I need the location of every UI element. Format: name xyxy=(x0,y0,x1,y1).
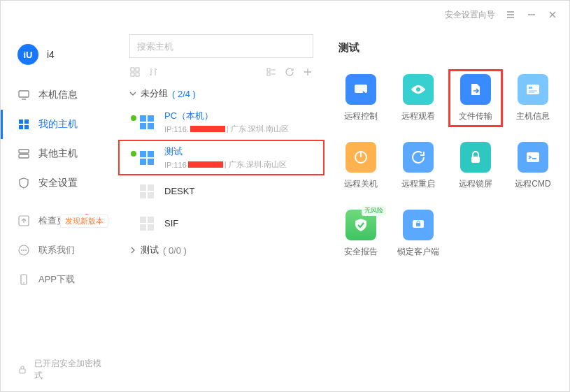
nav-other-hosts[interactable]: 其他主机 xyxy=(1,139,118,168)
info-card-icon xyxy=(518,74,548,105)
eye-icon xyxy=(403,74,434,105)
host-icon xyxy=(136,147,157,168)
host-row-test[interactable]: 测试 IP:116| 广东.深圳.南山区 xyxy=(118,140,325,175)
action-remote-view[interactable]: 远程观看 xyxy=(396,74,441,122)
user-name: i4 xyxy=(47,49,55,60)
action-file-transfer[interactable]: 文件传输 xyxy=(453,74,498,122)
nav-local-info[interactable]: 本机信息 xyxy=(1,80,118,110)
host-icon xyxy=(136,181,157,202)
close-icon[interactable] xyxy=(547,9,558,20)
action-remote-cmd[interactable]: 远程CMD xyxy=(511,142,555,190)
phone-icon xyxy=(17,273,30,286)
host-sub: IP:116.| 广东.深圳.南山区 xyxy=(164,124,318,134)
detail-panel: 测试 远程控制 远程观看 文件传输 xyxy=(325,29,569,391)
content: 未分组 ( 2/4 ) PC（本机） IP:116.| 广东.深圳.南山区 测 xyxy=(118,29,569,391)
host-icon xyxy=(136,112,157,133)
svg-point-11 xyxy=(25,249,27,251)
svg-rect-14 xyxy=(20,369,25,373)
action-label: 远程控制 xyxy=(344,110,378,122)
new-version-badge: 发现新版本 xyxy=(60,215,108,228)
svg-rect-0 xyxy=(19,91,29,97)
nav-contact[interactable]: 联系我们 xyxy=(1,235,118,265)
action-grid: 远程控制 远程观看 文件传输 主机信息 xyxy=(339,74,555,258)
group-test[interactable]: 测试 ( 0/0 ) xyxy=(118,240,325,261)
lock-client-icon xyxy=(403,210,434,240)
security-mode-status: 已开启安全加密模式 xyxy=(1,348,118,391)
svg-rect-29 xyxy=(416,223,420,226)
host-row-sir[interactable]: SIF xyxy=(118,208,325,240)
nav-my-hosts[interactable]: 我的主机 xyxy=(1,110,118,139)
detail-title: 测试 xyxy=(339,41,555,55)
host-list-panel: 未分组 ( 2/4 ) PC（本机） IP:116.| 广东.深圳.南山区 测 xyxy=(118,29,325,391)
svg-rect-15 xyxy=(131,68,134,71)
group-count: ( 2/4 ) xyxy=(172,89,196,99)
menu-icon[interactable] xyxy=(505,9,516,20)
group-label: 未分组 xyxy=(141,87,168,100)
monitor-icon xyxy=(17,89,30,101)
add-icon[interactable] xyxy=(302,66,313,78)
svg-rect-24 xyxy=(529,87,532,89)
server-icon xyxy=(17,147,30,160)
group-ungrouped[interactable]: 未分组 ( 2/4 ) xyxy=(118,83,325,104)
action-label: 远程CMD xyxy=(515,178,550,190)
nav-check-update[interactable]: 检查更新 发现新版本 xyxy=(1,206,118,235)
host-name: SIF xyxy=(164,218,318,228)
view-grid-icon[interactable] xyxy=(129,66,141,78)
action-remote-reboot[interactable]: 远程重启 xyxy=(396,142,441,190)
nav-label: 联系我们 xyxy=(38,244,75,256)
svg-rect-20 xyxy=(267,73,270,75)
action-remote-shutdown[interactable]: 远程关机 xyxy=(339,142,383,190)
avatar: iU xyxy=(17,44,38,65)
no-risk-tag: 无风险 xyxy=(362,205,386,216)
lock-icon xyxy=(460,142,491,173)
svg-rect-23 xyxy=(527,85,539,94)
host-name: DESKT xyxy=(164,186,318,196)
nav-label: 安全设置 xyxy=(38,177,78,189)
svg-rect-26 xyxy=(471,157,480,163)
remote-control-icon xyxy=(345,74,376,105)
main: 爱思远控 iU i4 本机信息 我的主机 其他主机 xyxy=(1,29,569,391)
action-lock-client[interactable]: 锁定客户端 xyxy=(396,210,441,258)
logo: 爱思远控 xyxy=(1,29,118,34)
action-label: 锁定客户端 xyxy=(397,246,439,258)
nav-app-download[interactable]: APP下载 xyxy=(1,265,118,294)
chevron-right-icon xyxy=(129,247,136,254)
titlebar: 安全设置向导 xyxy=(1,1,569,29)
chevron-down-icon xyxy=(129,90,136,97)
search-input[interactable] xyxy=(129,34,313,58)
refresh-icon[interactable] xyxy=(284,66,295,78)
svg-rect-3 xyxy=(19,125,23,129)
host-name: PC（本机） xyxy=(164,110,318,122)
upload-icon xyxy=(17,215,30,227)
action-label: 远程关机 xyxy=(344,178,378,190)
lock-icon xyxy=(17,365,27,375)
svg-point-22 xyxy=(416,87,420,92)
security-wizard-link[interactable]: 安全设置向导 xyxy=(445,9,495,21)
host-row-deskt[interactable]: DESKT xyxy=(118,175,325,208)
sort-icon[interactable] xyxy=(148,66,159,78)
host-sub: IP:116| 广东.深圳.南山区 xyxy=(164,159,318,170)
svg-rect-17 xyxy=(131,73,134,76)
view-list-icon[interactable] xyxy=(266,66,277,78)
action-remote-lock[interactable]: 远程锁屏 xyxy=(453,142,498,190)
action-label: 远程重启 xyxy=(401,178,435,190)
host-row-pc-local[interactable]: PC（本机） IP:116.| 广东.深圳.南山区 xyxy=(118,104,325,140)
grid-icon xyxy=(17,118,30,131)
action-host-info[interactable]: 主机信息 xyxy=(511,74,555,122)
app-window: 安全设置向导 爱思远控 iU i4 本机信息 xyxy=(0,0,570,392)
shield-icon xyxy=(17,177,30,189)
sidebar: 爱思远控 iU i4 本机信息 我的主机 其他主机 xyxy=(1,29,118,391)
action-remote-control[interactable]: 远程控制 xyxy=(339,74,383,122)
power-icon xyxy=(345,142,376,173)
svg-rect-6 xyxy=(19,154,29,158)
nav-security[interactable]: 安全设置 xyxy=(1,168,118,198)
user-row[interactable]: iU i4 xyxy=(1,34,118,75)
online-dot-icon xyxy=(131,115,136,121)
svg-rect-5 xyxy=(19,150,29,153)
action-label: 主机信息 xyxy=(516,110,550,122)
minimize-icon[interactable] xyxy=(526,9,537,20)
sidebar-footer: 检查更新 发现新版本 联系我们 APP下载 xyxy=(1,206,118,294)
action-security-report[interactable]: 无风险 安全报告 xyxy=(339,210,383,258)
status-text: 已开启安全加密模式 xyxy=(34,358,101,382)
action-label: 安全报告 xyxy=(344,246,378,258)
